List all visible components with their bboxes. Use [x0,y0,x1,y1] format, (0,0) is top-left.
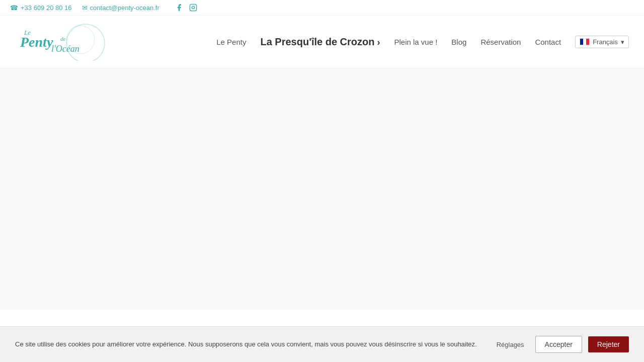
phone-link[interactable]: ☎ +33 609 20 80 16 [10,4,72,12]
lang-label: Français [593,38,618,46]
nav-reservation[interactable]: Réservation [480,38,521,46]
main-nav: Le Penty La Presqu'île de Crozon Plein l… [146,36,629,48]
email-address: contact@penty-ocean.fr [90,4,159,12]
nav-plein-vue[interactable]: Plein la vue ! [394,38,437,46]
cookie-banner: Ce site utilise des cookies pour amélior… [0,326,644,362]
top-bar: ☎ +33 609 20 80 16 ✉ contact@penty-ocean… [0,0,644,16]
reject-cookies-button[interactable]: Rejeter [588,336,629,352]
svg-rect-0 [190,4,196,11]
logo-link[interactable]: Le Penty de l'Océan [15,54,126,62]
instagram-icon[interactable] [189,3,198,12]
nav-le-penty[interactable]: Le Penty [216,38,246,46]
svg-point-2 [195,6,195,6]
logo-area: Le Penty de l'Océan [15,21,146,63]
svg-text:de: de [60,36,66,42]
language-selector[interactable]: Français ▾ [575,36,629,48]
lang-arrow-icon: ▾ [621,38,624,46]
svg-point-1 [192,6,194,9]
email-link[interactable]: ✉ contact@penty-ocean.fr [82,4,159,12]
phone-icon: ☎ [10,4,18,12]
social-icons [175,3,198,12]
accept-cookies-button[interactable]: Accepter [535,336,582,353]
main-content [0,68,644,310]
email-icon: ✉ [82,4,88,12]
svg-text:Penty: Penty [20,34,53,50]
cookie-message: Ce site utilise des cookies pour amélior… [15,339,487,349]
cookie-actions: Réglages Accepter Rejeter [497,336,629,353]
flag-fr-icon [580,38,590,45]
facebook-icon[interactable] [175,3,184,12]
nav-blog[interactable]: Blog [451,38,466,46]
header: Le Penty de l'Océan Le Penty La Presqu'î… [0,16,644,68]
nav-presquile[interactable]: La Presqu'île de Crozon [260,36,380,48]
nav-contact[interactable]: Contact [535,38,561,46]
logo-svg: Le Penty de l'Océan [15,21,126,61]
svg-text:l'Océan: l'Océan [51,44,79,54]
phone-number: +33 609 20 80 16 [21,4,72,12]
svg-point-3 [66,24,105,61]
cookie-settings-link[interactable]: Réglages [497,341,524,348]
